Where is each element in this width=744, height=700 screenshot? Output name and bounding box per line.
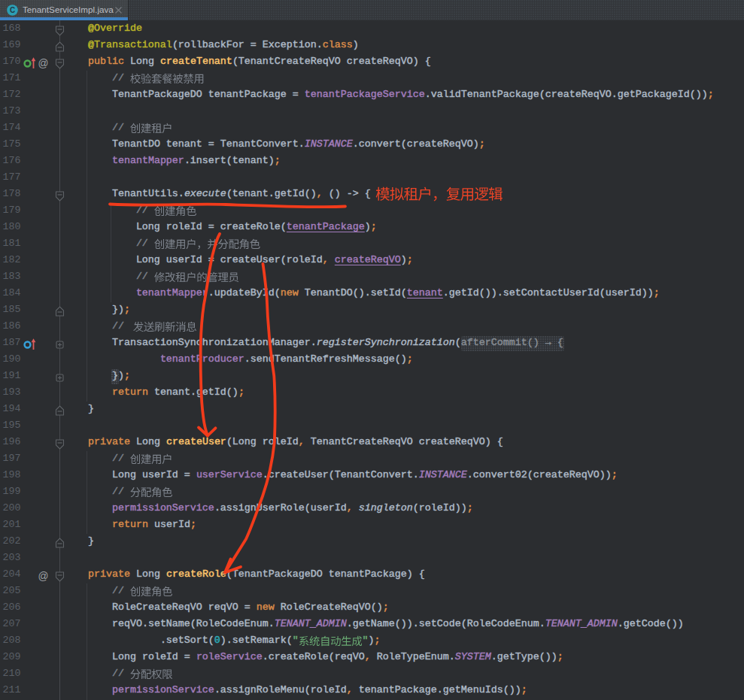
svg-text:C: C [10,6,15,14]
